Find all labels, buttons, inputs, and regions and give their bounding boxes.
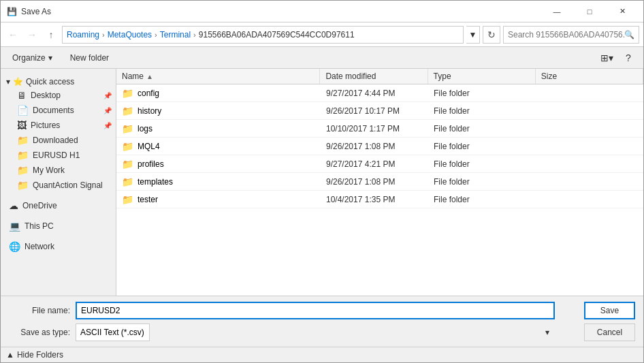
col-date-label: Date modified <box>325 72 376 81</box>
desktop-icon: 🖥 <box>17 90 27 101</box>
folder-icon-0: 📁 <box>122 88 133 99</box>
dialog-title: Save As <box>21 7 541 16</box>
sort-arrow-name: ▲ <box>146 73 153 80</box>
new-folder-label: New folder <box>70 53 109 63</box>
file-type-2: File folder <box>428 122 536 136</box>
file-name-5: templates <box>138 177 173 187</box>
thispc-label: This PC <box>25 221 54 231</box>
table-row[interactable]: 📁 history 9/26/2017 10:17 PM File folder <box>116 102 643 120</box>
bottom-bar: File name: Save Save as type: ASCII Text… <box>1 296 643 347</box>
pictures-icon: 🖼 <box>17 120 27 131</box>
breadcrumb-metaquotes[interactable]: MetaQuotes <box>108 30 152 40</box>
hide-folders-arrow: ▲ <box>6 350 14 360</box>
documents-label: Documents <box>33 106 74 115</box>
cancel-button[interactable]: Cancel <box>584 323 635 341</box>
sidebar-item-downloaded[interactable]: 📁 Downloaded <box>1 133 116 148</box>
sidebar-item-pictures[interactable]: 🖼 Pictures 📌 <box>1 118 116 133</box>
saveastype-select[interactable]: ASCII Text (*.csv) CSV (*.csv) Text (*.t… <box>76 323 150 341</box>
new-folder-button[interactable]: New folder <box>64 51 115 65</box>
sidebar-item-onedrive[interactable]: ☁ OneDrive <box>1 198 116 213</box>
table-row[interactable]: 📁 profiles 9/27/2017 4:21 PM File folder <box>116 155 643 173</box>
col-size-label: Size <box>541 72 557 81</box>
maximize-button[interactable]: □ <box>574 5 605 18</box>
col-header-name[interactable]: Name ▲ <box>116 69 320 84</box>
sidebar-item-quantaction[interactable]: 📁 QuantAction Signal <box>1 178 116 193</box>
onedrive-icon: ☁ <box>9 200 18 211</box>
file-rows-container: 📁 config 9/27/2017 4:44 PM File folder 📁… <box>116 84 643 208</box>
sidebar-item-eurusd-h1[interactable]: 📁 EURUSD H1 <box>1 148 116 163</box>
file-name-cell: 📁 templates <box>116 174 321 189</box>
filename-label: File name: <box>9 306 70 315</box>
col-header-type[interactable]: Type <box>428 69 536 84</box>
file-type-6: File folder <box>428 193 536 206</box>
file-list-header: Name ▲ Date modified Type Size <box>116 69 643 84</box>
folder-icon-2: 📁 <box>122 123 133 134</box>
file-name-2: logs <box>138 124 152 133</box>
folder-icon-4: 📁 <box>122 159 133 170</box>
sidebar-item-documents[interactable]: 📄 Documents 📌 <box>1 103 116 118</box>
save-button[interactable]: Save <box>584 302 635 319</box>
file-size-4 <box>536 162 643 166</box>
forward-button[interactable]: → <box>24 27 40 43</box>
sidebar-item-desktop[interactable]: 🖥 Desktop 📌 <box>1 88 116 103</box>
back-button[interactable]: ← <box>5 27 21 43</box>
file-name-1: history <box>138 106 161 116</box>
file-date-1: 9/26/2017 10:17 PM <box>321 104 428 118</box>
file-date-2: 10/10/2017 1:17 PM <box>321 122 428 136</box>
breadcrumb-terminal[interactable]: Terminal <box>160 30 191 40</box>
breadcrumb-dropdown-button[interactable]: ▼ <box>466 26 480 44</box>
sidebar: ▾ ⭐ Quick access 🖥 Desktop 📌 📄 Documents… <box>1 69 116 296</box>
hide-folders-bar[interactable]: ▲ Hide Folders <box>1 347 643 362</box>
pictures-label: Pictures <box>31 121 60 130</box>
view-icon: ⊞ <box>600 52 609 63</box>
file-name-3: MQL4 <box>138 142 160 151</box>
col-type-label: Type <box>434 72 451 81</box>
address-bar: ← → ↑ Roaming › MetaQuotes › Terminal › … <box>1 22 643 47</box>
quick-access-label: Quick access <box>26 77 74 86</box>
quantaction-label: QuantAction Signal <box>33 180 103 190</box>
table-row[interactable]: 📁 config 9/27/2017 4:44 PM File folder <box>116 84 643 102</box>
table-row[interactable]: 📁 templates 9/26/2017 1:08 PM File folde… <box>116 173 643 191</box>
file-name-cell: 📁 config <box>116 86 321 101</box>
quick-access-header[interactable]: ▾ ⭐ Quick access <box>1 74 116 88</box>
eurusd-icon: 📁 <box>17 150 29 161</box>
desktop-label: Desktop <box>31 91 61 100</box>
saveastype-label: Save as type: <box>9 328 70 337</box>
file-type-0: File folder <box>428 86 536 100</box>
table-row[interactable]: 📁 MQL4 9/26/2017 1:08 PM File folder <box>116 138 643 155</box>
col-name-label: Name <box>122 72 144 81</box>
quick-access-icon: ⭐ <box>13 77 23 86</box>
organize-label: Organize <box>12 53 46 63</box>
view-button[interactable]: ⊞ ▾ <box>597 50 616 66</box>
sidebar-item-network[interactable]: 🌐 Network <box>1 239 116 254</box>
file-date-3: 9/26/2017 1:08 PM <box>321 140 428 153</box>
file-name-cell: 📁 MQL4 <box>116 139 321 154</box>
up-button[interactable]: ↑ <box>43 27 59 43</box>
sidebar-item-my-work[interactable]: 📁 My Work <box>1 163 116 178</box>
save-as-dialog: 💾 Save As — □ ✕ ← → ↑ Roaming › MetaQuot… <box>0 0 644 363</box>
folder-icon-6: 📁 <box>122 194 133 205</box>
table-row[interactable]: 📁 tester 10/4/2017 1:35 PM File folder <box>116 191 643 208</box>
refresh-button[interactable]: ↻ <box>483 26 500 44</box>
breadcrumb-roaming[interactable]: Roaming <box>67 30 99 40</box>
search-input[interactable] <box>508 30 624 40</box>
close-button[interactable]: ✕ <box>607 5 638 18</box>
col-header-size[interactable]: Size <box>536 69 643 84</box>
quick-access-arrow: ▾ <box>6 77 10 86</box>
documents-icon: 📄 <box>17 105 29 116</box>
search-bar[interactable]: 🔍 <box>503 26 639 44</box>
file-date-4: 9/27/2017 4:21 PM <box>321 157 428 171</box>
eurusd-label: EURUSD H1 <box>33 151 80 160</box>
file-size-1 <box>536 109 643 113</box>
sidebar-item-thispc[interactable]: 💻 This PC <box>1 219 116 234</box>
breadcrumb[interactable]: Roaming › MetaQuotes › Terminal › 915566… <box>62 26 464 44</box>
filename-row: File name: Save <box>9 302 635 319</box>
filename-input[interactable] <box>76 302 555 319</box>
minimize-button[interactable]: — <box>541 5 573 18</box>
organize-button[interactable]: Organize ▾ <box>6 51 59 65</box>
file-type-1: File folder <box>428 104 536 118</box>
title-bar: 💾 Save As — □ ✕ <box>1 1 643 22</box>
help-button[interactable]: ? <box>619 50 638 66</box>
table-row[interactable]: 📁 logs 10/10/2017 1:17 PM File folder <box>116 120 643 138</box>
col-header-date[interactable]: Date modified <box>320 69 428 84</box>
